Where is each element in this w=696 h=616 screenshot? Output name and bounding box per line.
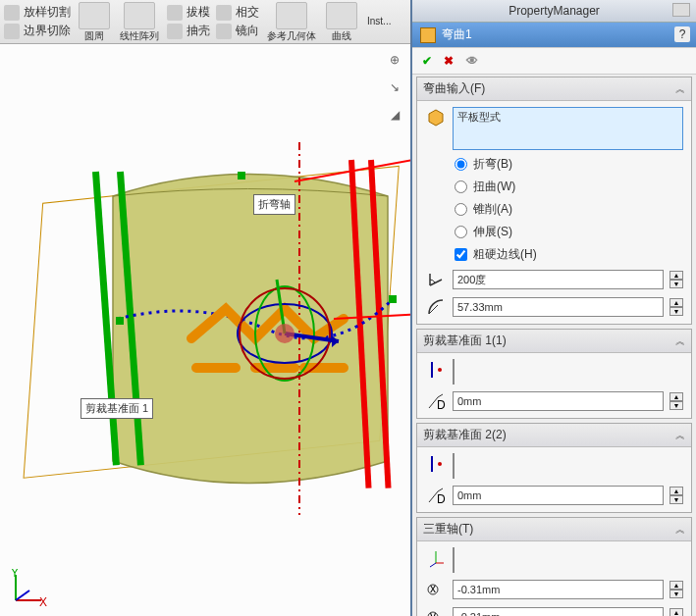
- flex-input-header[interactable]: 弯曲输入(F) ︽: [417, 77, 691, 101]
- panel-body[interactable]: 弯曲输入(F) ︽ 平板型式 折弯(B) 扭曲(W) 锥削(A) 伸展(S) 粗…: [412, 75, 696, 616]
- body-selection-field[interactable]: 平板型式: [453, 107, 683, 150]
- draft-button[interactable]: 拔模: [167, 4, 210, 21]
- pin-icon[interactable]: [672, 3, 690, 17]
- trim1-distance-icon: D: [425, 390, 447, 412]
- reference-geometry-button[interactable]: 参考几何体: [265, 2, 318, 41]
- linear-pattern-button[interactable]: 线性阵列: [118, 2, 161, 41]
- radius-spinner[interactable]: ▲▼: [669, 298, 683, 316]
- svg-rect-11: [116, 317, 124, 325]
- flex-feature-icon: [420, 27, 436, 43]
- svg-text:Y: Y: [11, 569, 19, 580]
- triad-x-spinner[interactable]: ▲▼: [669, 581, 683, 598]
- trim1-ref-icon: [425, 359, 447, 381]
- trim1-distance-input[interactable]: [453, 391, 664, 411]
- trim-plane-callout: 剪裁基准面 1: [80, 398, 153, 419]
- cancel-button[interactable]: ✖: [440, 52, 457, 70]
- intersect-button[interactable]: 相交: [216, 4, 259, 21]
- svg-rect-13: [389, 295, 397, 303]
- radio-bend[interactable]: 折弯(B): [455, 156, 683, 173]
- preview-button[interactable]: 👁: [461, 52, 483, 70]
- triad-header[interactable]: 三重轴(T) ︽: [417, 518, 691, 541]
- action-row: ✔ ✖ 👁: [412, 47, 696, 75]
- radio-twist[interactable]: 扭曲(W): [455, 179, 683, 195]
- triad-y-input[interactable]: [453, 607, 664, 616]
- radio-stretch[interactable]: 伸展(S): [455, 224, 683, 240]
- trim1-group: 剪裁基准面 1(1) ︽ D ▲▼: [416, 329, 692, 419]
- svg-text:X: X: [39, 595, 47, 608]
- mirror-button[interactable]: 镜向: [216, 23, 259, 39]
- svg-rect-12: [238, 172, 245, 180]
- angle-icon: [425, 269, 447, 290]
- triad-y-icon: y: [425, 606, 447, 616]
- toolbar-cut-group: 放样切割 边界切除: [4, 4, 71, 39]
- boundary-cut-button[interactable]: 边界切除: [4, 23, 71, 39]
- triad-y-spinner[interactable]: ▲▼: [669, 608, 683, 616]
- circular-button[interactable]: 圆周: [77, 2, 112, 41]
- trim1-header[interactable]: 剪裁基准面 1(1) ︽: [417, 330, 691, 353]
- body-selection-icon: [425, 107, 447, 128]
- axis-indicator-icon: Y X: [8, 569, 47, 608]
- trim2-header[interactable]: 剪裁基准面 2(2) ︽: [417, 424, 691, 447]
- flex-type-radios: 折弯(B) 扭曲(W) 锥削(A) 伸展(S) 粗硬边线(H): [425, 156, 683, 263]
- viewport-controls: ⊕ ↘ ◢: [385, 50, 404, 125]
- svg-point-25: [438, 368, 442, 372]
- trim2-distance-input[interactable]: [453, 486, 664, 505]
- triad-group: 三重轴(T) ︽ x ▲▼ y ▲▼: [416, 517, 692, 616]
- triad-x-input[interactable]: [453, 580, 664, 599]
- check-hard-edges[interactable]: 粗硬边线(H): [455, 246, 683, 263]
- help-icon[interactable]: ?: [674, 26, 690, 42]
- chevron-up-icon: ︽: [675, 334, 685, 348]
- toolbar-feature-group: 拔模 抽壳: [167, 4, 210, 39]
- chevron-up-icon: ︽: [675, 523, 685, 537]
- triad-ref-icon: [425, 547, 447, 569]
- angle-input[interactable]: [453, 270, 664, 289]
- radius-input[interactable]: [453, 297, 664, 317]
- trim2-selection-field[interactable]: [453, 453, 455, 479]
- zoom-fit-icon[interactable]: ⊕: [385, 50, 404, 70]
- triad-x-icon: x: [425, 579, 447, 600]
- radio-taper[interactable]: 锥削(A): [455, 201, 683, 218]
- svg-text:D: D: [437, 398, 446, 411]
- panel-titlebar: PropertyManager: [412, 0, 696, 23]
- trim1-spinner[interactable]: ▲▼: [669, 392, 683, 410]
- curves-button[interactable]: 曲线: [324, 2, 359, 41]
- angle-spinner[interactable]: ▲▼: [669, 271, 683, 288]
- flex-input-group: 弯曲输入(F) ︽ 平板型式 折弯(B) 扭曲(W) 锥削(A) 伸展(S) 粗…: [416, 77, 692, 325]
- model-canvas: [0, 44, 410, 616]
- svg-text:x: x: [430, 582, 436, 595]
- shell-button[interactable]: 抽壳: [167, 23, 210, 39]
- bend-axis-callout: 折弯轴: [253, 194, 295, 215]
- trim2-group: 剪裁基准面 2(2) ︽ D ▲▼: [416, 423, 692, 513]
- ok-button[interactable]: ✔: [418, 52, 436, 70]
- view-arrow-icon[interactable]: ↘: [385, 77, 404, 97]
- loft-cut-button[interactable]: 放样切割: [4, 4, 71, 21]
- chevron-up-icon: ︽: [675, 429, 685, 442]
- svg-line-22: [16, 590, 29, 600]
- graphics-viewport[interactable]: 折弯轴 剪裁基准面 1 ⊕ ↘ ◢ Y X: [0, 44, 410, 616]
- trim2-ref-icon: [425, 453, 447, 475]
- trim2-spinner[interactable]: ▲▼: [669, 487, 683, 504]
- chevron-up-icon: ︽: [675, 82, 685, 96]
- radius-icon: [425, 296, 447, 318]
- svg-point-28: [438, 462, 442, 466]
- feature-name: 弯曲1: [442, 26, 472, 43]
- svg-line-32: [430, 563, 436, 567]
- feature-header: 弯曲1 ?: [412, 23, 696, 47]
- svg-text:D: D: [437, 492, 446, 505]
- instant3d-button[interactable]: Inst...: [365, 17, 393, 26]
- trim1-selection-field[interactable]: [453, 359, 455, 385]
- property-manager-panel: PropertyManager 弯曲1 ? ✔ ✖ 👁 弯曲输入(F) ︽ 平板…: [410, 0, 696, 616]
- toolbar-combine-group: 相交 镜向: [216, 4, 259, 39]
- svg-text:y: y: [430, 609, 436, 616]
- trim2-distance-icon: D: [425, 485, 447, 506]
- panel-title: PropertyManager: [509, 4, 600, 18]
- triad-selection-field[interactable]: [453, 547, 455, 573]
- svg-point-10: [275, 324, 294, 343]
- view-axis-icon[interactable]: ◢: [385, 105, 404, 125]
